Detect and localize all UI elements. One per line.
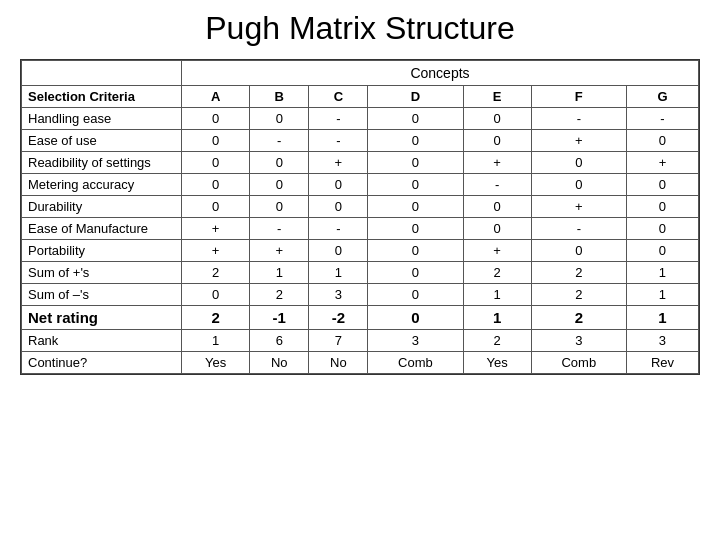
cell-value: 0 bbox=[250, 174, 309, 196]
criteria-column-header: Selection Criteria bbox=[22, 86, 182, 108]
cell-value: 0 bbox=[626, 196, 698, 218]
cell-value: 0 bbox=[250, 108, 309, 130]
cell-value: 2 bbox=[250, 284, 309, 306]
cell-value: 1 bbox=[309, 262, 368, 284]
cell-value: + bbox=[531, 196, 626, 218]
criteria-label: Rank bbox=[22, 330, 182, 352]
cell-value: 0 bbox=[463, 218, 531, 240]
cell-value: + bbox=[250, 240, 309, 262]
cell-value: 0 bbox=[368, 152, 463, 174]
col-header-d: D bbox=[368, 86, 463, 108]
cell-value: Rev bbox=[626, 352, 698, 374]
matrix-wrapper: Concepts Selection Criteria A B C D E F … bbox=[20, 59, 700, 375]
cell-value: 0 bbox=[531, 152, 626, 174]
cell-value: 1 bbox=[463, 306, 531, 330]
criteria-label: Portability bbox=[22, 240, 182, 262]
cell-value: Comb bbox=[531, 352, 626, 374]
col-header-b: B bbox=[250, 86, 309, 108]
cell-value: + bbox=[531, 130, 626, 152]
col-header-a: A bbox=[182, 86, 250, 108]
cell-value: -1 bbox=[250, 306, 309, 330]
page-title: Pugh Matrix Structure bbox=[205, 10, 514, 47]
table-row: Durability00000+0 bbox=[22, 196, 699, 218]
cell-value: 0 bbox=[182, 174, 250, 196]
cell-value: 2 bbox=[531, 306, 626, 330]
table-row: Ease of use0--00+0 bbox=[22, 130, 699, 152]
cell-value: 0 bbox=[368, 196, 463, 218]
cell-value: 0 bbox=[531, 240, 626, 262]
cell-value: - bbox=[309, 108, 368, 130]
cell-value: 7 bbox=[309, 330, 368, 352]
cell-value: - bbox=[309, 130, 368, 152]
cell-value: 0 bbox=[368, 130, 463, 152]
table-row: Sum of +'s2110221 bbox=[22, 262, 699, 284]
cell-value: - bbox=[463, 174, 531, 196]
concepts-header: Concepts bbox=[182, 61, 699, 86]
cell-value: 3 bbox=[309, 284, 368, 306]
table-row: Sum of –'s0230121 bbox=[22, 284, 699, 306]
col-header-e: E bbox=[463, 86, 531, 108]
cell-value: 0 bbox=[309, 240, 368, 262]
criteria-label: Net rating bbox=[22, 306, 182, 330]
cell-value: 1 bbox=[250, 262, 309, 284]
cell-value: No bbox=[309, 352, 368, 374]
criteria-label: Sum of –'s bbox=[22, 284, 182, 306]
criteria-label: Continue? bbox=[22, 352, 182, 374]
cell-value: 1 bbox=[463, 284, 531, 306]
cell-value: 0 bbox=[531, 174, 626, 196]
col-header-f: F bbox=[531, 86, 626, 108]
cell-value: - bbox=[626, 108, 698, 130]
cell-value: 0 bbox=[463, 196, 531, 218]
cell-value: 0 bbox=[182, 152, 250, 174]
criteria-label: Readibility of settings bbox=[22, 152, 182, 174]
cell-value: 0 bbox=[309, 196, 368, 218]
cell-value: + bbox=[309, 152, 368, 174]
cell-value: No bbox=[250, 352, 309, 374]
cell-value: 2 bbox=[531, 262, 626, 284]
table-row: Continue?YesNoNoCombYesCombRev bbox=[22, 352, 699, 374]
cell-value: + bbox=[626, 152, 698, 174]
criteria-label: Durability bbox=[22, 196, 182, 218]
cell-value: 2 bbox=[463, 330, 531, 352]
cell-value: 3 bbox=[626, 330, 698, 352]
cell-value: 0 bbox=[182, 196, 250, 218]
cell-value: 1 bbox=[626, 306, 698, 330]
table-row: Handling ease00-00-- bbox=[22, 108, 699, 130]
criteria-label: Ease of use bbox=[22, 130, 182, 152]
cell-value: - bbox=[250, 218, 309, 240]
pugh-matrix-table: Concepts Selection Criteria A B C D E F … bbox=[21, 60, 699, 374]
criteria-label: Metering accuracy bbox=[22, 174, 182, 196]
cell-value: 2 bbox=[182, 262, 250, 284]
top-left-cell bbox=[22, 61, 182, 86]
cell-value: 2 bbox=[531, 284, 626, 306]
table-row: Metering accuracy0000-00 bbox=[22, 174, 699, 196]
table-row: Portability++00+00 bbox=[22, 240, 699, 262]
cell-value: - bbox=[250, 130, 309, 152]
table-row: Rank1673233 bbox=[22, 330, 699, 352]
col-header-c: C bbox=[309, 86, 368, 108]
cell-value: 0 bbox=[368, 306, 463, 330]
cell-value: - bbox=[531, 218, 626, 240]
cell-value: - bbox=[309, 218, 368, 240]
table-row: Ease of Manufacture+--00-0 bbox=[22, 218, 699, 240]
cell-value: 0 bbox=[368, 240, 463, 262]
cell-value: + bbox=[182, 218, 250, 240]
cell-value: 0 bbox=[182, 284, 250, 306]
cell-value: Yes bbox=[182, 352, 250, 374]
criteria-label: Sum of +'s bbox=[22, 262, 182, 284]
cell-value: 1 bbox=[626, 262, 698, 284]
cell-value: 0 bbox=[626, 130, 698, 152]
table-row: Net rating2-1-20121 bbox=[22, 306, 699, 330]
cell-value: - bbox=[531, 108, 626, 130]
cell-value: 1 bbox=[626, 284, 698, 306]
cell-value: 0 bbox=[182, 130, 250, 152]
cell-value: + bbox=[182, 240, 250, 262]
table-row: Readibility of settings00+0+0+ bbox=[22, 152, 699, 174]
cell-value: 0 bbox=[463, 108, 531, 130]
cell-value: 0 bbox=[368, 284, 463, 306]
cell-value: + bbox=[463, 240, 531, 262]
cell-value: 0 bbox=[626, 174, 698, 196]
criteria-label: Ease of Manufacture bbox=[22, 218, 182, 240]
cell-value: 6 bbox=[250, 330, 309, 352]
cell-value: 2 bbox=[182, 306, 250, 330]
